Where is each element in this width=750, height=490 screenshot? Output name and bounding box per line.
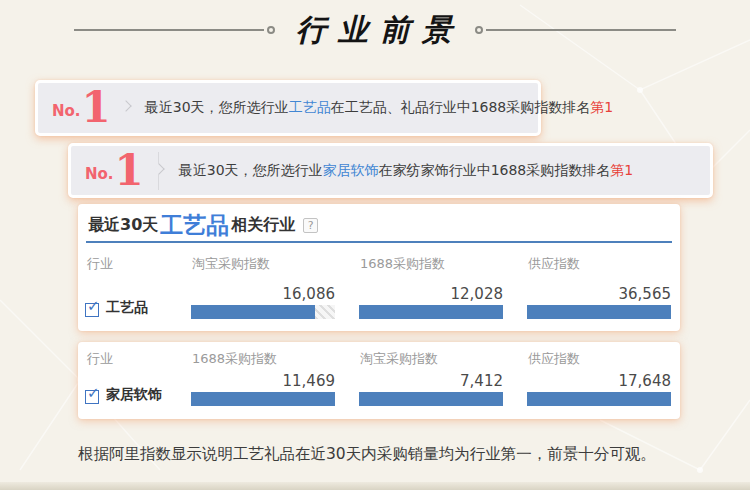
bar-track: [359, 305, 503, 319]
bar-fill: [527, 305, 671, 319]
rank-banner-crafts: No. 1 最近30天，您所选行业工艺品在工艺品、礼品行业中1688采购指数排名…: [35, 80, 541, 136]
bar-value: 7,412: [359, 372, 503, 390]
rank-banner-home-textile: No. 1 最近30天，您所选行业家居软饰在家纺家饰行业中1688采购指数排名第…: [68, 143, 713, 198]
table-row-crafts: ✓ 工艺品 16,086 12,028 36,565: [78, 286, 680, 324]
report-header-prefix: 最近30天: [88, 215, 158, 236]
checkbox-crafts[interactable]: ✓: [85, 303, 99, 317]
banner-text-before: 最近30天，您所选行业: [145, 99, 289, 115]
page: 行业前景 No. 1 最近30天，您所选行业工艺品在工艺品、礼品行业中1688采…: [0, 0, 750, 490]
bar-fill: [191, 305, 315, 319]
column-header-supply-index: 供应指数: [528, 350, 580, 368]
column-header-supply-index: 供应指数: [528, 255, 580, 273]
column-header-taobao-index: 淘宝采购指数: [192, 255, 270, 273]
header-rule: [86, 241, 672, 243]
circle-ornament: [267, 26, 275, 34]
check-icon: ✓: [87, 299, 100, 314]
help-icon[interactable]: ?: [303, 218, 318, 233]
bar-track: [191, 305, 335, 319]
bar-fill: [527, 392, 671, 406]
page-title: 行业前景: [296, 10, 464, 51]
bar-value: 12,028: [359, 285, 503, 303]
bar-cell-supply: 36,565: [527, 285, 671, 319]
bar-track: [527, 305, 671, 319]
section-divider: [0, 482, 750, 490]
summary-note: 根据阿里指数显示说明工艺礼品在近30天内采购销量均为行业第一，前景十分可观。: [78, 444, 656, 465]
checkbox-home-textile[interactable]: ✓: [85, 390, 99, 404]
rank-number: 1: [82, 87, 111, 129]
industry-report-panel-crafts: 最近30天 工艺品 相关行业 ? 行业 淘宝采购指数 1688采购指数 供应指数…: [78, 204, 680, 331]
report-header: 最近30天 工艺品 相关行业 ?: [88, 210, 318, 241]
no1-badge: No. 1: [71, 150, 144, 192]
rank-highlight: 第1: [610, 162, 633, 178]
report-header-suffix: 相关行业: [231, 215, 295, 236]
bar-track: [527, 392, 671, 406]
banner-text: 最近30天，您所选行业工艺品在工艺品、礼品行业中1688采购指数排名第1: [145, 99, 613, 117]
rank-prefix: No.: [52, 104, 81, 119]
bar-cell-taobao: 16,086: [191, 285, 335, 319]
chevron-right-icon: [120, 100, 131, 111]
row-label: 工艺品: [106, 299, 148, 317]
row-label: 家居软饰: [106, 386, 162, 404]
banner-text-after: 在家纺家饰行业中1688采购指数排名: [379, 162, 611, 178]
bar-cell-supply: 17,648: [527, 372, 671, 406]
circle-ornament: [475, 26, 483, 34]
banner-text-after: 在工艺品、礼品行业中1688采购指数排名: [331, 99, 591, 115]
banner-text: 最近30天，您所选行业家居软饰在家纺家饰行业中1688采购指数排名第1: [179, 162, 633, 180]
bar-fill: [359, 305, 503, 319]
column-header-taobao-index: 淘宝采购指数: [360, 350, 438, 368]
industry-report-panel-home-textile: 行业 1688采购指数 淘宝采购指数 供应指数 ✓ 家居软饰 11,469 7,…: [78, 342, 680, 419]
industry-link-home-textile[interactable]: 家居软饰: [323, 162, 379, 178]
report-header-industry: 工艺品: [160, 210, 229, 241]
title-flourish-left: [74, 26, 278, 34]
bar-value: 16,086: [191, 285, 335, 303]
table-row-home-textile: ✓ 家居软饰 11,469 7,412 17,648: [78, 373, 680, 411]
check-icon: ✓: [87, 386, 100, 401]
rank-prefix: No.: [85, 167, 114, 182]
no1-badge: No. 1: [38, 87, 111, 129]
column-header-industry: 行业: [87, 255, 113, 273]
column-header-1688-index: 1688采购指数: [192, 350, 277, 368]
industry-link-crafts[interactable]: 工艺品: [289, 99, 331, 115]
column-header-1688-index: 1688采购指数: [360, 255, 445, 273]
rank-number: 1: [115, 150, 144, 192]
bar-cell-1688: 11,469: [191, 372, 335, 406]
bar-track: [191, 392, 335, 406]
rank-highlight: 第1: [590, 99, 613, 115]
bar-value: 17,648: [527, 372, 671, 390]
chevron-right-icon: [153, 163, 164, 174]
divider: [158, 152, 159, 190]
bar-fill: [191, 392, 335, 406]
bar-cell-1688: 12,028: [359, 285, 503, 319]
bar-value: 36,565: [527, 285, 671, 303]
bar-cell-taobao: 7,412: [359, 372, 503, 406]
bar-fill: [359, 392, 503, 406]
title-flourish-right: [472, 26, 676, 34]
bar-track: [359, 392, 503, 406]
section-title-row: 行业前景: [0, 8, 750, 52]
bar-value: 11,469: [191, 372, 335, 390]
banner-text-before: 最近30天，您所选行业: [179, 162, 323, 178]
column-header-industry: 行业: [87, 350, 113, 368]
